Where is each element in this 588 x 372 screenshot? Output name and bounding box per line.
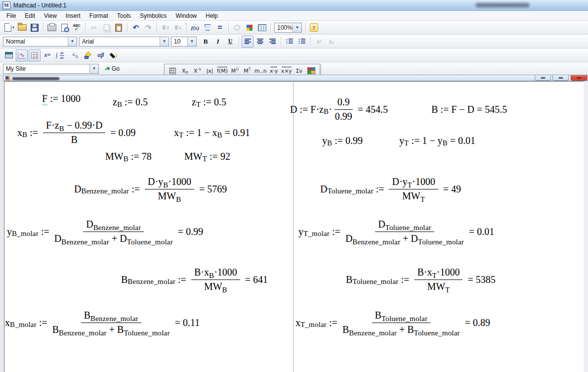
align-left-button[interactable] [242,36,253,47]
picture-icon [307,67,315,74]
symbolic-toolbar-button[interactable] [108,49,120,61]
subscript-button: x₂ [326,36,337,47]
greek-toolbar-button[interactable]: αβ [95,49,107,61]
measuring-cup-icon [205,24,211,31]
region-MWB[interactable]: MWB := 78 [105,151,152,162]
paste-button[interactable] [113,22,125,34]
calculator-toolbar-button[interactable] [3,49,15,61]
undo-button[interactable]: ↶ [130,22,142,34]
calculator-icon [5,52,13,58]
region-D-benzene-molar[interactable]: DBenzene_molar := D·yB·1000MWB = 5769 [74,176,227,202]
fraction: dydx [60,51,64,60]
region-MWT[interactable]: MWT := 92 [184,151,230,162]
insert-component-button[interactable] [244,22,255,34]
close-button[interactable] [571,75,587,81]
menu-help[interactable]: Help [201,11,222,20]
fraction: DBenzene_molarDBenzene_molar + DToluene_… [54,219,173,244]
boolean-icon: <≥ [72,51,78,59]
print-preview-button[interactable] [58,22,70,34]
menu-edit[interactable]: Edit [20,11,40,20]
print-button[interactable] [46,22,58,34]
minimize-button[interactable] [535,75,551,81]
menu-tools[interactable]: Tools [113,11,135,20]
menu-file[interactable]: File [2,11,20,20]
region-B-benzene-molar[interactable]: BBenzene_molar := B·xB·1000MWB = 641 [121,267,268,292]
italic-button[interactable]: I [212,36,224,47]
fraction: BToluene_molarBBenzene_molar + BToluene_… [342,310,460,335]
worksheet[interactable]: F := 1000zB := 0.5zT := 0.5D := F·zB·0.9… [4,81,584,372]
insert-function-button[interactable]: f(x) [189,22,201,34]
subscript-button-icon: x₂ [329,39,334,45]
region-xB-molar[interactable]: xB_molar := BBenzene_molarBBenzene_molar… [5,310,200,335]
align-right-button[interactable] [266,36,278,47]
document-window-titlebar [3,75,588,81]
help-button[interactable]: ? [308,22,320,34]
save-button[interactable] [29,22,41,34]
align-center-button[interactable] [254,36,266,47]
matrix-toolbar-button[interactable] [29,49,41,61]
chevron-down-icon[interactable]: ▼ [160,37,168,46]
open-button[interactable] [16,22,28,34]
bold-button[interactable]: B [200,36,211,47]
region-xB[interactable]: xB := F·zB − 0.99·DB = 0.09 [17,120,136,145]
programming-flowchart-icon [84,52,91,59]
calculus-icon: ∫dydx [56,51,67,60]
fraction: F·zB − 0.99·DB [43,120,105,145]
calculate-button[interactable]: = [214,22,226,34]
chevron-down-icon[interactable]: ▼ [89,64,98,73]
region-xT[interactable]: xT := 1 − xB = 0.91 [174,127,250,139]
toolbar-separator [127,23,127,33]
numbered-list-button[interactable] [296,36,308,47]
insert-table-button[interactable] [256,22,268,34]
font-size-combobox[interactable]: 10 ▼ [171,37,197,46]
maximize-button[interactable] [552,75,569,81]
region-yT-molar[interactable]: yT_molar := DToluene_molarDBenzene_molar… [298,219,494,244]
graph-toolbar-button[interactable]: ∿ [16,49,28,61]
menu-insert[interactable]: Insert [61,11,85,20]
calculus-toolbar-button[interactable]: ∫dydx [54,49,68,61]
region-F[interactable]: F := 1000 [42,93,81,104]
scissors-icon: ✂ [91,24,97,31]
font-value: Arial [80,37,160,46]
font-combobox[interactable]: Arial ▼ [79,37,169,46]
new-button[interactable]: ▾ [3,22,16,34]
numbered-list-icon [298,39,305,44]
region-yB-molar[interactable]: yB_molar := DBenzene_molarDBenzene_molar… [7,219,203,244]
undo-arrow-icon: ↶ [133,24,139,31]
region-D-toluene-molar[interactable]: DToluene_molar := D·yT·1000MWT = 49 [320,176,461,202]
chevron-down-icon[interactable]: ▼ [293,23,301,32]
spellcheck-button[interactable]: ABC [71,22,83,34]
region-xT-molar[interactable]: xT_molar := BToluene_molarBBenzene_molar… [295,310,490,335]
region-yT[interactable]: yT := 1 − yB = 0.01 [399,135,475,146]
new-page-icon [4,23,11,32]
menu-view[interactable]: View [40,11,61,20]
bullet-list-button[interactable] [284,36,295,47]
menu-window[interactable]: Window [171,11,202,20]
chevron-down-icon[interactable]: ▼ [187,37,196,46]
insert-unit-button[interactable] [202,22,213,34]
chevron-down-icon[interactable]: ▼ [68,37,77,46]
matrix-icon [31,52,38,59]
align-across-icon [163,25,169,30]
style-combobox[interactable]: Normal ▼ [3,37,77,46]
align-left-icon [245,39,251,44]
resources-combobox[interactable]: My Site ▼ [3,64,99,74]
region-yB[interactable]: yB := 0.99 [322,135,363,146]
underline-button[interactable]: U [224,36,236,47]
zoom-combobox[interactable]: 100% ▼ [274,23,302,33]
region-B[interactable]: B := F − D = 545.5 [431,104,507,115]
go-button[interactable]: ➔ Go [102,63,123,75]
copy-pages-icon [104,24,109,31]
menu-format[interactable]: Format [85,11,113,20]
region-zT[interactable]: zT := 0.5 [192,96,226,108]
region-B-toluene-molar[interactable]: BToluene_molar := B·xT·1000MWT = 5385 [346,267,496,292]
menu-bar: File Edit View Insert Format Tools Symbo… [0,11,588,21]
abc-check-icon: ABC [73,24,80,32]
region-D[interactable]: D := F·zB·0.90.99 = 454.5 [290,96,388,122]
title-bar: M Mathcad - Untitled:1 [0,0,588,11]
menu-symbolics[interactable]: Symbolics [135,11,171,20]
programming-toolbar-button[interactable] [82,49,94,61]
region-zB[interactable]: zB := 0.5 [113,96,148,108]
evaluation-toolbar-button[interactable]: x= [42,49,53,61]
boolean-toolbar-button[interactable]: <≥ [69,49,81,61]
